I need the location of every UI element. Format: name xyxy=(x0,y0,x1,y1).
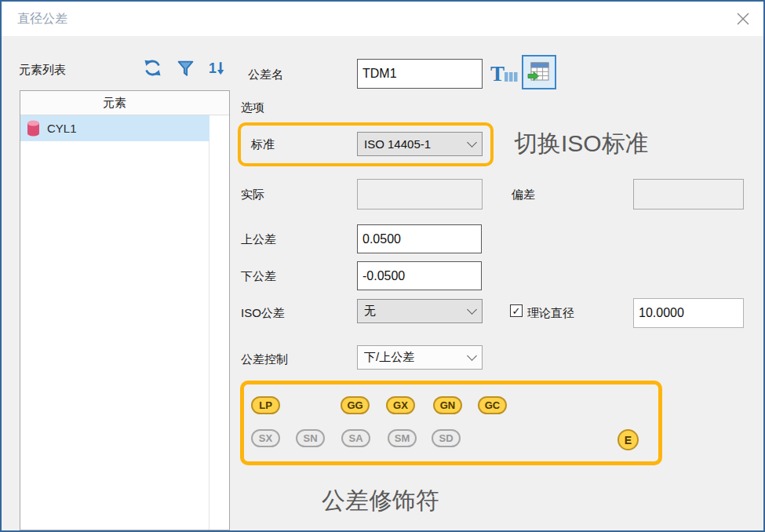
send-to-table-button[interactable] xyxy=(522,55,556,89)
element-list-label: 元素列表 xyxy=(19,63,66,78)
modifier-sx-button[interactable]: SX xyxy=(251,429,280,447)
modifier-gc-button[interactable]: GC xyxy=(478,396,507,414)
column-divider xyxy=(209,115,209,530)
dialog-title: 直径公差 xyxy=(17,11,67,27)
list-item[interactable]: CYL1 xyxy=(20,115,209,141)
options-label: 选项 xyxy=(241,100,264,115)
iso-tolerance-value: 无 xyxy=(364,304,468,319)
element-column-header: 元素 xyxy=(20,91,209,115)
chevron-down-icon xyxy=(467,351,477,361)
theoretical-diameter-label: 理论直径 xyxy=(527,306,574,321)
modifier-envelope-button[interactable]: E xyxy=(617,429,639,450)
title-bar: 直径公差 xyxy=(2,2,763,36)
upper-tolerance-input[interactable] xyxy=(357,224,482,253)
element-list: 元素 CYL1 xyxy=(20,90,230,530)
modifier-sm-button[interactable]: SM xyxy=(388,429,417,447)
standard-annotation: 切换ISO标准 xyxy=(514,128,649,160)
filter-icon[interactable] xyxy=(177,60,194,80)
diameter-tolerance-dialog: 直径公差 元素列表 1 元素 xyxy=(0,0,765,532)
deviation-label: 偏差 xyxy=(512,188,535,202)
tolerance-control-label: 公差控制 xyxy=(241,352,288,367)
actual-input xyxy=(357,179,483,210)
modifier-lp-button[interactable]: LP xyxy=(251,396,280,414)
standard-value: ISO 14405-1 xyxy=(364,137,468,151)
tolerance-name-input[interactable] xyxy=(357,59,483,89)
standard-select[interactable]: ISO 14405-1 xyxy=(357,132,483,156)
rename-columns-icon[interactable]: T xyxy=(490,61,518,86)
tolerance-control-select[interactable]: 下/上公差 xyxy=(357,345,483,370)
iso-tolerance-label: ISO公差 xyxy=(241,306,285,321)
chevron-down-icon xyxy=(467,137,477,148)
deviation-input xyxy=(633,179,744,210)
lower-tolerance-input[interactable] xyxy=(357,261,482,290)
cylinder-icon xyxy=(26,118,41,138)
upper-tolerance-label: 上公差 xyxy=(241,232,276,247)
iso-tolerance-select[interactable]: 无 xyxy=(357,299,483,323)
lower-tolerance-label: 下公差 xyxy=(241,269,276,284)
modifier-sd-button[interactable]: SD xyxy=(432,429,461,447)
sort-icon[interactable]: 1 xyxy=(207,58,227,81)
theoretical-diameter-checkbox[interactable]: ✓ xyxy=(510,304,523,317)
tolerance-name-label: 公差名 xyxy=(248,67,283,82)
modifier-sn-button[interactable]: SN xyxy=(296,429,325,447)
refresh-icon[interactable] xyxy=(143,58,162,81)
modifiers-annotation: 公差修饰符 xyxy=(322,485,439,517)
modifier-gx-button[interactable]: GX xyxy=(386,396,415,414)
chevron-down-icon xyxy=(467,304,477,315)
modifier-gg-button[interactable]: GG xyxy=(341,396,370,414)
checkmark-icon: ✓ xyxy=(512,305,521,317)
tolerance-control-value: 下/上公差 xyxy=(364,350,468,365)
svg-text:1: 1 xyxy=(209,60,217,76)
svg-text:T: T xyxy=(490,62,505,86)
standard-label: 标准 xyxy=(251,137,275,152)
modifier-gn-button[interactable]: GN xyxy=(433,396,462,414)
modifiers-highlight-box xyxy=(240,381,662,465)
close-icon[interactable] xyxy=(734,9,752,28)
theoretical-diameter-input[interactable] xyxy=(633,298,744,328)
actual-label: 实际 xyxy=(241,188,264,202)
element-column-extra xyxy=(209,91,229,115)
modifier-sa-button[interactable]: SA xyxy=(341,429,370,447)
element-name: CYL1 xyxy=(47,122,77,135)
